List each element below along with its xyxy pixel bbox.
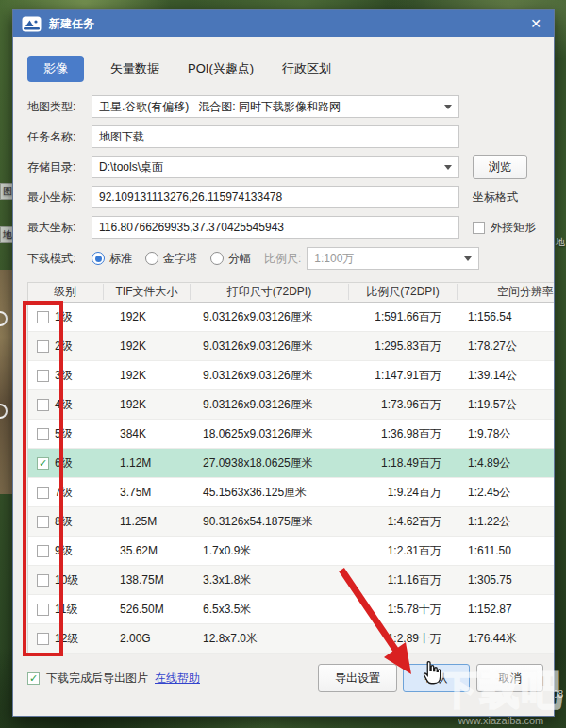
cell-tif-size: 192K [103, 369, 190, 382]
cell-resolution: 1:9.78公 [457, 426, 555, 442]
task-name-value: 地图下载 [99, 129, 144, 145]
row-checkbox[interactable] [37, 633, 49, 645]
row-checkbox[interactable] [37, 428, 49, 440]
table-row[interactable]: 9级35.62M1.7x0.9米1:2.31百万1:611.50 [27, 537, 555, 566]
task-name-input[interactable]: 地图下载 [92, 125, 459, 148]
map-type-label: 地图类型: [27, 99, 92, 115]
tab-poi[interactable]: POI(兴趣点) [186, 56, 256, 82]
cell-level: 9级 [27, 543, 103, 559]
max-coord-input[interactable]: 116.80766269935,37.370425545943 [92, 216, 459, 239]
row-checkbox[interactable] [37, 604, 49, 616]
table-row[interactable]: 12级2.00G12.8x7.0米1:2.89十万1:76.44米 [27, 624, 555, 654]
titlebar[interactable]: 新建任务 ✕ [13, 10, 554, 37]
table-row[interactable]: 6级1.12M27.0938x18.0625厘米1:18.49百万1:4.89公 [27, 449, 555, 478]
row-checkbox[interactable] [37, 574, 49, 587]
col-header-scale[interactable]: 比例尺(72DPI) [348, 284, 457, 300]
cell-resolution: 1:78.27公 [457, 339, 555, 355]
cell-tif-size: 192K [103, 339, 190, 353]
new-task-dialog: 新建任务 ✕ 影像 矢量数据 POI(兴趣点) 行政区划 地图类型: 卫星.谷歌… [12, 9, 555, 717]
table-row[interactable]: 1级192K9.03126x9.03126厘米1:591.66百万1:156.5… [27, 303, 555, 332]
bounding-rect-checkbox[interactable] [473, 222, 485, 234]
cell-tif-size: 1.12M [103, 456, 190, 470]
scale-label: 比例尺: [264, 251, 301, 267]
row-checkbox[interactable] [37, 457, 49, 470]
browse-button[interactable]: 浏览 [473, 155, 527, 179]
row-checkbox[interactable] [37, 487, 49, 499]
tab-image[interactable]: 影像 [27, 56, 84, 82]
col-header-print-size[interactable]: 打印尺寸(72DPI) [190, 284, 348, 300]
radio-standard[interactable]: 标准 [92, 251, 132, 267]
max-coord-value: 116.80766269935,37.370425545943 [99, 221, 284, 234]
cell-print-size: 6.5x3.5米 [190, 602, 348, 618]
cell-tif-size: 384K [103, 427, 190, 440]
map-type-value-source: 卫星.谷歌(有偏移) [99, 99, 189, 115]
tab-bar: 影像 矢量数据 POI(兴趣点) 行政区划 [27, 56, 333, 82]
cell-tif-size: 138.75M [103, 573, 190, 587]
radio-pyramid-label: 金字塔 [163, 251, 197, 267]
confirm-button[interactable]: 确认 [403, 664, 470, 692]
min-coord-label: 最小坐标: [27, 190, 92, 206]
coord-format-link[interactable]: 坐标格式 [473, 190, 518, 206]
cell-scale: 1:147.91百万 [348, 368, 457, 384]
table-row[interactable]: 2级192K9.03126x9.03126厘米1:295.83百万1:78.27… [27, 332, 555, 361]
cell-level: 7级 [27, 485, 103, 501]
col-header-level[interactable]: 级别 [27, 284, 103, 300]
cell-tif-size: 2.00G [103, 632, 190, 645]
level-table: 级别 TIF文件大小 打印尺寸(72DPI) 比例尺(72DPI) 空间分辨率 … [27, 282, 555, 654]
map-type-select[interactable]: 卫星.谷歌(有偏移) 混合图: 同时下载影像和路网 [92, 95, 459, 118]
export-image-checkbox[interactable] [27, 672, 40, 685]
export-image-option[interactable]: 下载完成后导出图片 在线帮助 [27, 670, 200, 687]
task-name-label: 任务名称: [27, 129, 92, 145]
cell-scale: 1:9.24百万 [348, 485, 457, 501]
cell-print-size: 12.8x7.0米 [190, 631, 348, 647]
tab-vector-data[interactable]: 矢量数据 [108, 56, 161, 82]
col-header-tif-size[interactable]: TIF文件大小 [103, 284, 190, 300]
cell-level: 4级 [27, 397, 103, 413]
storage-dir-select[interactable]: D:\tools\桌面 [92, 156, 459, 178]
scale-select[interactable]: 1:100万 [307, 247, 479, 270]
storage-dir-value: D:\tools\桌面 [99, 159, 163, 175]
max-coord-label: 最大坐标: [27, 220, 92, 236]
cell-level: 3级 [27, 368, 103, 384]
row-checkbox[interactable] [37, 311, 49, 323]
online-help-link[interactable]: 在线帮助 [155, 670, 200, 687]
cell-resolution: 1:39.14公 [457, 368, 555, 384]
row-checkbox[interactable] [37, 340, 49, 353]
cell-resolution: 1:156.54 [457, 310, 555, 323]
row-checkbox[interactable] [37, 399, 49, 411]
table-row[interactable]: 4级192K9.03126x9.03126厘米1:73.96百万1:19.57公 [27, 390, 555, 420]
table-row[interactable]: 10级138.75M3.3x1.8米1:1.16百万1:305.75 [27, 566, 555, 595]
cancel-button[interactable]: 取消 [476, 664, 543, 692]
row-checkbox[interactable] [37, 545, 49, 557]
close-icon[interactable]: ✕ [524, 13, 548, 34]
radio-sheet[interactable]: 分幅 [210, 251, 251, 267]
row-checkbox[interactable] [37, 370, 49, 382]
radio-icon [145, 252, 158, 265]
cell-level: 6级 [27, 455, 103, 472]
radio-pyramid[interactable]: 金字塔 [145, 251, 197, 267]
table-row[interactable]: 8级11.25M90.3126x54.1875厘米1:4.62百万1:1.22公 [27, 507, 555, 537]
col-header-resolution[interactable]: 空间分辨率 [457, 284, 555, 300]
cell-resolution: 1:611.50 [457, 544, 555, 557]
chevron-down-icon [464, 256, 472, 261]
cell-tif-size: 11.25M [103, 515, 190, 528]
radio-sheet-label: 分幅 [228, 251, 251, 267]
min-coord-input[interactable]: 92.109131113276,26.115974133478 [92, 186, 459, 208]
cell-level: 8级 [27, 514, 103, 530]
radio-icon [210, 252, 224, 265]
cell-print-size: 1.7x0.9米 [190, 543, 348, 559]
cell-resolution: 1:1.22公 [457, 514, 555, 530]
row-checkbox[interactable] [37, 516, 49, 528]
chevron-down-icon [444, 165, 452, 170]
cell-print-size: 27.0938x18.0625厘米 [190, 455, 348, 472]
table-row[interactable]: 7级3.75M45.1563x36.125厘米1:9.24百万1:2.45公 [27, 478, 555, 507]
tab-admin-region[interactable]: 行政区划 [280, 56, 333, 82]
table-row[interactable]: 5级384K18.0625x9.03126厘米1:36.98百万1:9.78公 [27, 420, 555, 449]
table-row[interactable]: 3级192K9.03126x9.03126厘米1:147.91百万1:39.14… [27, 361, 555, 390]
export-settings-button[interactable]: 导出设置 [318, 664, 397, 692]
cell-tif-size: 192K [103, 310, 190, 323]
table-row[interactable]: 11级526.50M6.5x3.5米1:5.78十万1:152.87 [27, 595, 555, 624]
cell-resolution: 1:19.57公 [457, 397, 555, 413]
cell-print-size: 9.03126x9.03126厘米 [190, 397, 348, 413]
cell-print-size: 9.03126x9.03126厘米 [190, 309, 348, 325]
